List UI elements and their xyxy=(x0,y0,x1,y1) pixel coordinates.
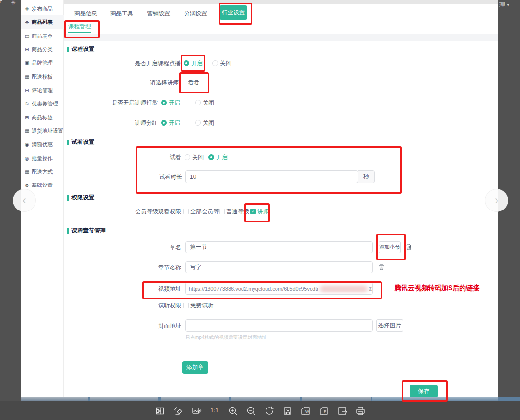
bottom-steel-bar xyxy=(21,397,520,401)
bar-segment xyxy=(372,397,498,401)
sidebar-item-return-address[interactable]: ▦退货地址设置 xyxy=(21,124,64,138)
video-url-annotation: 腾讯云视频转码加S后的链接 xyxy=(394,284,479,292)
tab-profit-settings[interactable]: 分润设置 xyxy=(184,10,207,18)
export-pdf-icon[interactable]: P xyxy=(319,406,329,416)
sidebar-item-brand-management[interactable]: ▣品牌管理 xyxy=(21,56,64,70)
section-bar xyxy=(67,47,69,52)
plus-icon: + xyxy=(0,0,2,5)
bar-segment xyxy=(161,397,229,401)
sidebar-item-label: 批量操作 xyxy=(32,155,53,162)
share-icon: ❖ xyxy=(25,6,32,12)
lecturer-select[interactable]: 君君 xyxy=(188,79,199,87)
section-bar xyxy=(67,195,69,201)
sidebar-item-delivery-template[interactable]: ▦配送模板 xyxy=(21,70,64,83)
actual-size-icon[interactable]: 1:1 xyxy=(209,406,220,416)
sidebar-item-delivery-method[interactable]: ▦配送方式 xyxy=(21,165,64,178)
free-audition-label[interactable]: 免费试听 xyxy=(190,302,213,310)
image-viewer-stage: + ✳ 理 ▾ ❖发布商品 ❖商品列表 ▤商品表单 ⊞商品分类 ▣品牌管理 ▦配… xyxy=(0,0,520,420)
print-icon[interactable] xyxy=(355,406,366,416)
video-url-input[interactable]: https://1300773886.vod2.myqcloud.com/6b5… xyxy=(185,282,373,295)
trial-duration-input[interactable] xyxy=(185,170,358,183)
reward-on-radio[interactable] xyxy=(161,100,167,105)
image-edit-icon[interactable] xyxy=(191,406,202,416)
subtab-underline xyxy=(68,32,91,33)
cover-url-input[interactable] xyxy=(185,319,373,332)
chapter-name-label: 章名 xyxy=(64,244,181,252)
zoom-out-icon[interactable] xyxy=(246,406,256,416)
member-level-normal-checkbox[interactable] xyxy=(219,209,225,214)
section-trial-settings: 试看设置 xyxy=(67,138,94,146)
reward-label: 是否开启讲师打赏 xyxy=(64,99,158,107)
dividend-on-label[interactable]: 开启 xyxy=(169,119,180,127)
lecturer-select-underline xyxy=(182,90,498,90)
sidebar-item-product-category[interactable]: ⊞商品分类 xyxy=(21,43,64,56)
tab-product-info[interactable]: 商品信息 xyxy=(74,10,97,18)
trial-off-label[interactable]: 关闭 xyxy=(192,153,204,162)
tab-industry-settings[interactable]: 行业设置 xyxy=(220,5,247,20)
magic-eraser-icon[interactable] xyxy=(173,406,184,416)
sidebar-item-coupon-management[interactable]: ⚐优惠券管理 xyxy=(21,97,64,110)
section-name-label: 章节名称 xyxy=(64,264,181,272)
sidebar-item-product-tags[interactable]: ⊞商品标签 xyxy=(21,111,64,124)
reward-off-label[interactable]: 关闭 xyxy=(203,99,214,107)
cover-url-hint: 只有mp4格式的视频需要设置封面地址 xyxy=(185,334,266,341)
top-right-partial-text: 理 ▾ xyxy=(499,1,509,9)
trial-on-radio[interactable] xyxy=(208,154,214,160)
briefcase-icon: ▣ xyxy=(25,60,32,66)
save-as-icon[interactable] xyxy=(337,406,347,416)
rotate-icon[interactable] xyxy=(264,406,275,416)
section-bar xyxy=(67,228,69,234)
sidebar-item-publish-product[interactable]: ❖发布商品 xyxy=(21,2,64,15)
save-button[interactable]: 保存 xyxy=(410,385,438,397)
subtab-course-management[interactable]: 课程管理 xyxy=(68,23,91,31)
member-level-normal-label[interactable]: 普通等级 xyxy=(226,208,249,216)
bar-segment xyxy=(302,397,371,401)
bar-segment xyxy=(231,397,300,401)
vod-off-radio[interactable] xyxy=(212,60,218,66)
mid-gray-band xyxy=(64,34,498,41)
sidebar-item-comment-management[interactable]: ⊟评论管理 xyxy=(21,83,64,97)
trial-on-label[interactable]: 开启 xyxy=(216,153,228,162)
vod-on-label[interactable]: 开启 xyxy=(191,59,203,68)
dividend-off-label[interactable]: 关闭 xyxy=(203,119,214,127)
delete-section-icon[interactable] xyxy=(379,264,384,272)
select-image-button[interactable]: 选择图片 xyxy=(376,319,403,332)
sidebar-item-full-discount[interactable]: ◉满额优惠 xyxy=(21,138,64,151)
sitemap-icon: ⊞ xyxy=(25,47,32,52)
dividend-on-radio[interactable] xyxy=(161,120,167,126)
sidebar-item-label: 品牌管理 xyxy=(32,59,53,67)
member-level-lecturer-checkbox[interactable]: ✓ xyxy=(250,209,256,214)
sidebar-item-label: 满额优惠 xyxy=(32,141,53,148)
section-name-input[interactable] xyxy=(185,261,373,273)
section-permission-settings: 权限设置 xyxy=(67,194,94,202)
member-level-all-checkbox[interactable] xyxy=(183,209,189,214)
free-audition-checkbox[interactable] xyxy=(183,303,189,308)
sidebar-item-batch-operation[interactable]: ◎批量操作 xyxy=(21,152,64,165)
add-chapter-button[interactable]: 添加章 xyxy=(182,361,208,374)
add-section-button[interactable]: 添加小节 xyxy=(379,241,401,253)
next-image-button[interactable]: › xyxy=(485,189,508,212)
video-url-prefix: https://1300773886.vod2.myqcloud.com/6b5… xyxy=(189,286,319,292)
vod-off-label[interactable]: 关闭 xyxy=(220,59,231,68)
previous-image-button[interactable]: ‹ xyxy=(13,189,36,212)
vod-on-radio[interactable] xyxy=(184,60,189,66)
zoom-in-icon[interactable] xyxy=(228,406,238,416)
sidebar-item-product-list[interactable]: ❖商品列表 xyxy=(21,15,64,29)
alpha-compare-icon[interactable] xyxy=(155,406,165,416)
trial-off-radio[interactable] xyxy=(185,154,190,160)
tab-product-tools[interactable]: 商品工具 xyxy=(110,10,133,18)
audition-label: 试听权限 xyxy=(64,302,181,310)
dividend-off-radio[interactable] xyxy=(195,120,201,126)
chevron-left-icon: ‹ xyxy=(23,194,26,207)
export-word-icon[interactable]: W xyxy=(300,406,311,416)
sidebar-item-product-form[interactable]: ▤商品表单 xyxy=(21,29,64,43)
reward-off-radio[interactable] xyxy=(195,100,201,105)
crop-icon[interactable] xyxy=(282,406,293,416)
sitemap-icon: ⊞ xyxy=(25,115,32,120)
delete-chapter-icon[interactable] xyxy=(406,244,412,252)
chapter-name-input[interactable] xyxy=(185,241,373,253)
section-course-settings: 课程设置 xyxy=(67,45,94,53)
tab-marketing-settings[interactable]: 营销设置 xyxy=(147,10,170,18)
reward-on-label[interactable]: 开启 xyxy=(169,99,180,107)
member-level-lecturer-label[interactable]: 讲师 xyxy=(257,208,269,216)
